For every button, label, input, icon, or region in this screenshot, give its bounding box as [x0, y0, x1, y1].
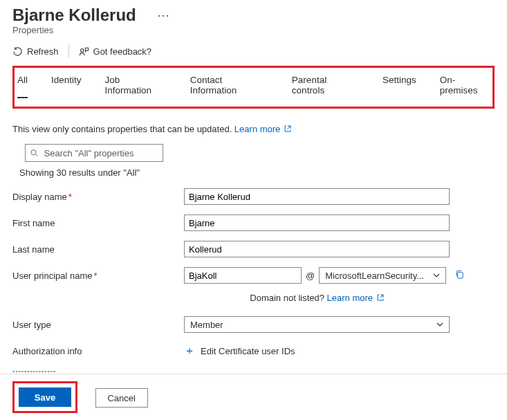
results-count-text: Showing 30 results under "All"	[19, 167, 495, 178]
chevron-down-icon	[433, 272, 440, 279]
learn-more-label: Learn more	[234, 124, 280, 134]
footer-bar: Save Cancel	[0, 374, 507, 420]
save-highlight-box: Save	[12, 381, 77, 413]
copy-upn-button[interactable]	[454, 269, 465, 282]
page-subtitle: Properties	[12, 25, 495, 35]
upn-domain-dropdown[interactable]: MicrosoftLearnSecurity...	[319, 267, 446, 284]
description-text: This view only contains properties that …	[12, 124, 234, 134]
command-bar: Refresh Got feedback?	[12, 45, 495, 64]
tab-on-premises[interactable]: On-premises	[440, 72, 491, 98]
domain-help-row: Domain not listed? Learn more	[184, 293, 450, 303]
upn-at-symbol: @	[306, 271, 315, 281]
tab-all[interactable]: All	[17, 72, 28, 98]
first-name-input[interactable]	[184, 214, 450, 231]
tab-settings[interactable]: Settings	[382, 72, 416, 98]
more-actions-button[interactable]: ⋯	[157, 8, 170, 23]
copy-icon	[454, 269, 465, 280]
edit-certificate-ids-label: Edit Certificate user IDs	[201, 346, 295, 356]
separator	[68, 45, 69, 57]
search-input[interactable]	[43, 147, 158, 159]
user-type-label: User type	[12, 320, 184, 330]
chevron-down-icon	[436, 321, 443, 328]
display-name-label: Display name*	[12, 192, 184, 202]
view-description: This view only contains properties that …	[12, 124, 495, 134]
feedback-button[interactable]: Got feedback?	[79, 46, 152, 57]
search-input-wrapper[interactable]	[25, 144, 163, 162]
authorization-info-label: Authorization info	[12, 346, 184, 356]
svg-point-1	[31, 150, 36, 155]
external-link-icon	[377, 294, 384, 301]
external-link-icon	[284, 125, 291, 132]
person-feedback-icon	[79, 46, 89, 57]
upn-local-input[interactable]	[184, 267, 302, 284]
cancel-button[interactable]: Cancel	[95, 388, 148, 408]
refresh-icon	[12, 46, 23, 57]
tab-contact-information[interactable]: Contact Information	[190, 72, 268, 98]
last-name-input[interactable]	[184, 241, 450, 257]
display-name-input[interactable]	[184, 188, 450, 205]
domain-help-link[interactable]: Learn more	[327, 293, 384, 303]
tabs-highlight-box: All Identity Job Information Contact Inf…	[12, 66, 495, 109]
user-type-selected: Member	[190, 320, 223, 330]
properties-form: Display name* First name Last name User …	[12, 188, 495, 372]
svg-point-0	[80, 48, 83, 51]
learn-more-link[interactable]: Learn more	[234, 124, 291, 134]
domain-help-text: Domain not listed?	[250, 293, 326, 303]
last-name-label: Last name	[12, 244, 184, 255]
svg-rect-2	[458, 273, 463, 278]
tab-parental-controls[interactable]: Parental controls	[292, 72, 359, 98]
tab-identity[interactable]: Identity	[51, 72, 82, 98]
upn-label: User principal name*	[12, 271, 184, 281]
save-button[interactable]: Save	[19, 387, 71, 407]
plus-icon: ＋	[184, 344, 195, 358]
upn-domain-selected: MicrosoftLearnSecurity...	[325, 271, 424, 281]
user-type-dropdown[interactable]: Member	[184, 316, 450, 333]
refresh-button[interactable]: Refresh	[12, 46, 59, 57]
search-icon	[30, 148, 39, 158]
truncated-content: ▪▪▪▪▪▪▪▪▪▪▪▪▪▪▪	[12, 368, 495, 372]
tab-job-information[interactable]: Job Information	[105, 72, 167, 98]
page-title: Bjarne Kollerud	[12, 6, 136, 25]
first-name-label: First name	[12, 218, 184, 228]
refresh-label: Refresh	[27, 46, 59, 57]
feedback-label: Got feedback?	[93, 46, 152, 57]
edit-certificate-ids-button[interactable]: ＋ Edit Certificate user IDs	[184, 344, 295, 358]
